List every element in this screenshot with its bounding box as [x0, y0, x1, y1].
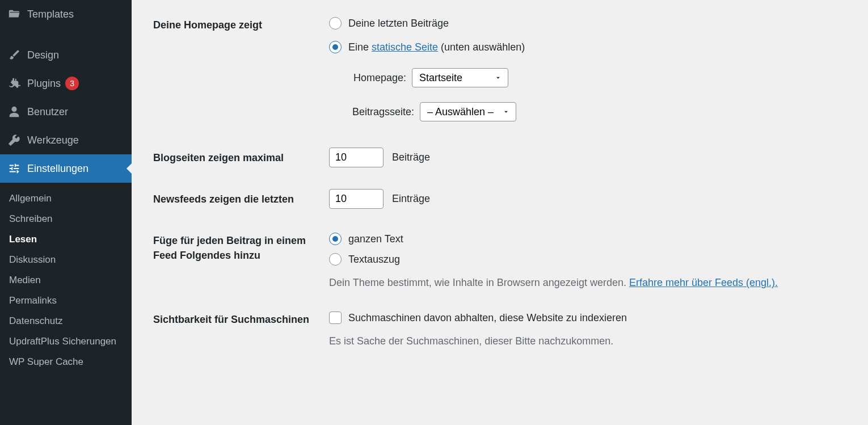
feed-content-option-full[interactable]: ganzen Text [329, 233, 846, 245]
feeds-input[interactable] [329, 189, 384, 209]
radio-latest-posts[interactable] [329, 17, 342, 30]
search-visibility-checkbox-row[interactable]: Suchmaschinen davon abhalten, diese Webs… [329, 312, 846, 324]
sidebar-item-design[interactable]: Design [0, 41, 132, 69]
search-visibility-description: Es ist Sache der Suchmaschinen, dieser B… [329, 335, 846, 347]
sidebar-item-label: Design [27, 49, 59, 61]
feed-content-option-summary[interactable]: Textauszug [329, 253, 846, 266]
postspage-select-label: Beitragsseite: [348, 106, 414, 118]
sidebar-item-label: Einstellungen [27, 163, 89, 175]
sidebar-item-users[interactable]: Benutzer [0, 98, 132, 126]
radio-full-text[interactable] [329, 233, 342, 245]
sidebar-item-plugins[interactable]: Plugins 3 [0, 69, 132, 98]
submenu-item-updraftplus[interactable]: UpdraftPlus Sicherungen [0, 331, 132, 352]
radio-label: ganzen Text [348, 233, 403, 245]
homepage-select[interactable]: Startseite [412, 68, 508, 87]
sidebar-item-templates[interactable]: Templates [0, 0, 132, 28]
homepage-displays-legend: Deine Homepage zeigt [148, 5, 323, 137]
update-count-badge: 3 [65, 77, 79, 90]
sidebar-item-label: Plugins [27, 78, 61, 90]
search-visibility-legend: Sichtbarkeit für Suchmaschinen [148, 299, 323, 357]
submenu-item-privacy[interactable]: Datenschutz [0, 311, 132, 331]
admin-sidebar: Templates Design Plugins 3 Benutzer Werk… [0, 0, 132, 425]
wrench-icon [7, 133, 22, 148]
brush-icon [7, 48, 22, 62]
static-page-link[interactable]: statische Seite [372, 41, 438, 53]
homepage-select-label: Homepage: [348, 72, 406, 84]
submenu-item-discussion[interactable]: Diskussion [0, 250, 132, 270]
submenu-item-writing[interactable]: Schreiben [0, 209, 132, 229]
submenu-item-wpsupercache[interactable]: WP Super Cache [0, 352, 132, 372]
radio-static-page[interactable] [329, 41, 342, 53]
blogpages-legend: Blogseiten zeigen maximal [148, 137, 323, 179]
homepage-select-row: Homepage: Startseite [348, 68, 846, 87]
feed-content-description: Dein Theme bestimmt, wie Inhalte in Brow… [329, 277, 846, 289]
search-visibility-checkbox[interactable] [329, 312, 342, 324]
radio-label: Textauszug [348, 254, 400, 266]
sidebar-item-label: Templates [27, 9, 74, 20]
blogpages-input[interactable] [329, 148, 384, 167]
checkbox-label: Suchmaschinen davon abhalten, diese Webs… [348, 312, 627, 324]
settings-submenu: Allgemein Schreiben Lesen Diskussion Med… [0, 183, 132, 380]
homepage-displays-option-latest-posts[interactable]: Deine letzten Beiträge [329, 17, 846, 30]
submenu-item-permalinks[interactable]: Permalinks [0, 291, 132, 311]
plug-icon [7, 76, 22, 91]
sidebar-item-settings[interactable]: Einstellungen [0, 154, 132, 183]
sidebar-item-label: Werkzeuge [27, 134, 79, 146]
radio-summary[interactable] [329, 253, 342, 266]
postspage-select[interactable]: – Auswählen – [420, 102, 516, 121]
submenu-item-reading[interactable]: Lesen [0, 229, 132, 250]
sidebar-item-tools[interactable]: Werkzeuge [0, 126, 132, 154]
blogpages-suffix: Beiträge [392, 152, 430, 163]
feeds-legend: Newsfeeds zeigen die letzten [148, 179, 323, 220]
radio-label: Deine letzten Beiträge [348, 18, 449, 30]
submenu-item-media[interactable]: Medien [0, 270, 132, 291]
user-icon [7, 104, 22, 119]
homepage-displays-option-static-page[interactable]: Eine statische Seite (unten auswählen) [329, 41, 846, 53]
feeds-suffix: Einträge [392, 193, 430, 204]
feeds-learn-more-link[interactable]: Erfahre mehr über Feeds (engl.). [629, 277, 778, 288]
postspage-select-row: Beitragsseite: – Auswählen – [348, 102, 846, 121]
sliders-icon [7, 161, 22, 176]
sidebar-item-label: Benutzer [27, 106, 68, 118]
feed-content-legend: Füge für jeden Beitrag in einem Feed Fol… [148, 220, 323, 299]
settings-reading-panel: Deine Homepage zeigt Deine letzten Beitr… [132, 0, 868, 425]
radio-label: Eine statische Seite (unten auswählen) [348, 41, 525, 53]
submenu-item-general[interactable]: Allgemein [0, 188, 132, 209]
folder-open-icon [7, 7, 22, 22]
